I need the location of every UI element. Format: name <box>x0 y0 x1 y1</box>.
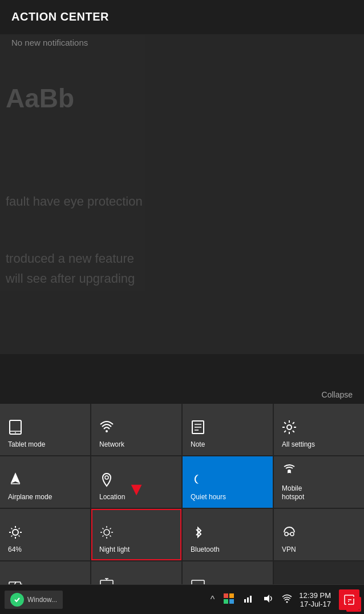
svg-point-44 <box>13 595 22 604</box>
collapse-button[interactable]: Collapse <box>322 390 353 399</box>
tile-note[interactable]: Note <box>183 404 273 455</box>
action-center-taskbar-button[interactable] <box>339 589 359 610</box>
action-center-header: ACTION CENTER <box>0 0 364 29</box>
svg-point-21 <box>104 529 110 535</box>
bluetooth-icon <box>191 525 205 542</box>
color-icon[interactable] <box>221 592 236 607</box>
tile-all-settings[interactable]: All settings <box>274 404 364 455</box>
svg-line-18 <box>19 535 20 536</box>
mobile-hotspot-icon <box>282 464 297 481</box>
svg-line-17 <box>11 528 13 529</box>
wifi-icon[interactable] <box>280 592 294 607</box>
tile-vpn-label: VPN <box>282 545 296 553</box>
svg-point-52 <box>286 601 288 603</box>
tile-brightness-label: 64% <box>8 545 22 553</box>
tile-airplane-mode[interactable]: Airplane mode <box>0 456 90 508</box>
network-tray-icon[interactable] <box>241 592 256 607</box>
tile-mobile-hotspot-label: Mobilehotspot <box>282 484 304 501</box>
vpn-icon <box>282 525 297 542</box>
note-icon <box>191 420 205 437</box>
tile-brightness[interactable]: 64% <box>0 509 90 560</box>
svg-line-29 <box>103 535 104 536</box>
svg-rect-0 <box>10 420 21 434</box>
tile-mobile-hotspot[interactable]: Mobilehotspot <box>274 456 364 508</box>
svg-line-19 <box>19 528 20 529</box>
svg-point-30 <box>285 532 288 536</box>
notifications-area: No new notifications <box>0 29 364 387</box>
action-center: AaBb fault have eye protection troduced … <box>0 0 364 614</box>
tile-vpn[interactable]: VPN <box>274 509 364 560</box>
clock-date: 17-Jul-17 <box>300 600 331 608</box>
tile-network[interactable]: Network <box>91 404 181 455</box>
clock-time: 12:39 PM <box>299 591 331 600</box>
svg-rect-48 <box>229 599 234 604</box>
svg-point-12 <box>13 529 18 535</box>
no-notifications-label: No new notifications <box>11 38 353 47</box>
svg-point-31 <box>290 532 294 536</box>
svg-rect-47 <box>224 599 228 604</box>
action-center-title: ACTION CENTER <box>11 10 109 23</box>
tablet-mode-icon <box>8 420 23 437</box>
svg-point-10 <box>105 476 108 479</box>
tile-note-label: Note <box>191 440 205 448</box>
quiet-hours-icon <box>191 472 205 489</box>
svg-point-2 <box>15 432 16 433</box>
system-clock[interactable]: 12:39 PM 17-Jul-17 <box>299 591 331 608</box>
taskbar-app-window[interactable]: Window... <box>5 591 63 609</box>
svg-point-8 <box>287 425 292 430</box>
svg-rect-51 <box>250 596 252 603</box>
tile-tablet-mode[interactable]: Tablet mode <box>0 404 90 455</box>
svg-rect-46 <box>229 593 234 598</box>
night-light-icon <box>99 525 114 542</box>
settings-icon <box>282 420 297 437</box>
tile-all-settings-label: All settings <box>282 440 315 448</box>
svg-line-26 <box>103 528 104 529</box>
tile-bluetooth[interactable]: Bluetooth <box>183 509 273 560</box>
quick-actions-grid: Tablet mode Network <box>0 404 364 613</box>
svg-rect-49 <box>244 599 246 603</box>
tile-quiet-hours-label: Quiet hours <box>191 493 226 501</box>
tile-airplane-mode-label: Airplane mode <box>8 493 52 501</box>
taskbar-left: Window... <box>5 591 63 609</box>
collapse-row: Collapse <box>0 387 364 404</box>
tile-location-label: Location <box>99 493 125 501</box>
tile-quiet-hours[interactable]: Quiet hours <box>183 456 273 508</box>
tile-night-light[interactable]: Night light ▼ <box>91 509 181 560</box>
tile-bluetooth-label: Bluetooth <box>191 545 220 553</box>
svg-line-27 <box>110 535 111 536</box>
chevron-up-icon[interactable]: ^ <box>208 593 217 606</box>
taskbar-tray: ^ <box>208 589 359 610</box>
svg-rect-45 <box>224 593 228 598</box>
svg-point-3 <box>106 430 108 432</box>
location-icon <box>99 472 114 489</box>
brightness-icon <box>8 525 23 542</box>
tile-location[interactable]: Location <box>91 456 181 508</box>
tile-tablet-mode-label: Tablet mode <box>8 440 45 448</box>
taskbar: Window... ^ <box>0 584 364 614</box>
volume-icon[interactable] <box>260 592 275 607</box>
svg-line-20 <box>11 535 13 536</box>
svg-rect-50 <box>247 597 249 603</box>
taskbar-app-label: Window... <box>27 596 57 604</box>
airplane-mode-icon <box>8 472 23 489</box>
tile-network-label: Network <box>99 440 124 448</box>
tile-night-light-label: Night light <box>99 545 130 553</box>
network-icon <box>99 420 114 437</box>
svg-rect-53 <box>345 595 354 604</box>
app-icon <box>10 593 24 607</box>
svg-line-28 <box>110 528 111 529</box>
